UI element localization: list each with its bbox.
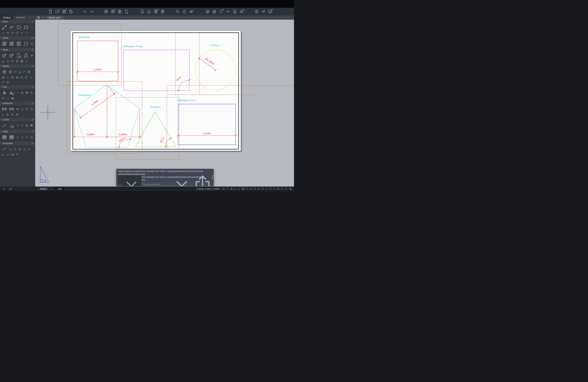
reference-manager-icon[interactable] bbox=[254, 9, 259, 14]
tool-center-mark[interactable] bbox=[15, 113, 19, 117]
section-gear-icon[interactable] bbox=[31, 48, 34, 51]
polar-tracking-icon[interactable] bbox=[238, 187, 241, 191]
tool-justify-text[interactable] bbox=[1, 96, 5, 100]
tool-purge[interactable] bbox=[24, 59, 28, 63]
tool-block-editor[interactable] bbox=[20, 59, 24, 63]
isometric-drafting-icon[interactable] bbox=[242, 187, 245, 191]
snap-mode-icon[interactable] bbox=[226, 187, 229, 191]
tool-array[interactable] bbox=[27, 70, 31, 74]
palette-header-text[interactable]: ▾Text bbox=[0, 85, 35, 89]
retangulo-raiz2-label[interactable]: Retângulo raiz 2 bbox=[177, 99, 196, 102]
tool-sync-attributes[interactable] bbox=[6, 59, 10, 63]
tool-export-pdf[interactable] bbox=[10, 96, 14, 100]
tool-insert-table[interactable] bbox=[1, 134, 8, 140]
quadrado-dim-text[interactable]: 1,000m bbox=[93, 68, 102, 71]
palette-header-parametric[interactable]: ▾Parametric bbox=[0, 141, 35, 145]
tab-drafting[interactable]: Drafting bbox=[0, 15, 13, 20]
tool-tangent-constraint[interactable] bbox=[18, 147, 21, 151]
command-panel[interactable]: Select objects or specify first extensio… bbox=[116, 169, 214, 186]
tool-add-leader[interactable] bbox=[16, 123, 20, 127]
tool-define-attribute[interactable] bbox=[30, 53, 34, 57]
tool-set-base-point[interactable] bbox=[10, 59, 14, 63]
tool-fillet[interactable] bbox=[22, 70, 26, 74]
tool-equal-constraint[interactable] bbox=[6, 153, 10, 157]
tool-trim[interactable] bbox=[18, 70, 21, 74]
section-gear-icon[interactable] bbox=[31, 65, 34, 67]
section-gear-icon[interactable] bbox=[31, 118, 34, 121]
tool-angular-dimension[interactable] bbox=[20, 107, 24, 111]
ortho-mode-icon[interactable] bbox=[234, 187, 237, 191]
tool-horizontal-constraint[interactable] bbox=[27, 147, 31, 151]
viewport-layout-icon[interactable] bbox=[37, 16, 40, 19]
tool-edit-table[interactable] bbox=[8, 134, 15, 140]
text-styles-icon[interactable] bbox=[232, 9, 237, 14]
layout-tab-a3rd[interactable]: a3rd bbox=[55, 187, 64, 191]
tool-collect-leaders[interactable] bbox=[30, 123, 33, 127]
tool-insert-block[interactable] bbox=[1, 52, 8, 59]
pentagono-dim-right-text[interactable]: 0,809m bbox=[119, 133, 127, 136]
tool-align-leaders[interactable] bbox=[25, 123, 29, 127]
tool-align[interactable] bbox=[6, 80, 10, 84]
section-gear-icon[interactable] bbox=[31, 37, 34, 39]
tool-explode[interactable] bbox=[15, 75, 19, 79]
drawing-canvas[interactable]: Quadrado 1,000m Retângulo Áureo 9 bbox=[35, 20, 294, 187]
new-tab-icon[interactable] bbox=[41, 16, 45, 19]
retangulo-aureo-label[interactable]: Retângulo Áureo bbox=[123, 45, 143, 48]
layer-properties-icon[interactable] bbox=[205, 9, 210, 14]
tool-mirror[interactable] bbox=[1, 75, 5, 79]
lineweight-icon[interactable] bbox=[253, 187, 256, 191]
object-snap-tracking-icon[interactable] bbox=[245, 187, 249, 191]
pentagono-label[interactable]: Pentágono bbox=[78, 94, 91, 96]
tool-smart-dimension[interactable] bbox=[1, 106, 8, 112]
tool-move[interactable] bbox=[1, 69, 8, 75]
triangulo-label[interactable]: Triângulo bbox=[150, 106, 161, 108]
tool-export-table[interactable] bbox=[30, 135, 33, 139]
tool-break[interactable] bbox=[29, 75, 33, 79]
save-icon[interactable] bbox=[62, 9, 66, 14]
object-snap-icon[interactable] bbox=[249, 187, 252, 191]
tool-spell-check[interactable] bbox=[16, 91, 20, 95]
tool-hatch-pattern[interactable] bbox=[8, 41, 15, 47]
open-file-icon[interactable] bbox=[55, 9, 60, 14]
model-tab[interactable]: Model bbox=[38, 187, 48, 191]
color-settings-icon[interactable] bbox=[225, 9, 231, 14]
page-setup-icon[interactable] bbox=[124, 9, 129, 14]
tool-line[interactable] bbox=[1, 24, 8, 30]
tool-polyline[interactable] bbox=[8, 24, 15, 30]
attach-reference-icon[interactable] bbox=[153, 9, 158, 14]
tool-export-block[interactable] bbox=[15, 59, 19, 63]
pan-icon[interactable] bbox=[182, 9, 187, 14]
publish-icon[interactable] bbox=[160, 9, 165, 14]
tool-rotate[interactable] bbox=[13, 70, 17, 74]
tool-properties[interactable] bbox=[20, 75, 24, 79]
status-settings-icon[interactable] bbox=[289, 187, 292, 191]
print-icon[interactable] bbox=[104, 9, 108, 14]
tool-diameter-dimension[interactable] bbox=[30, 107, 33, 111]
tool-aligned-dimension[interactable] bbox=[16, 107, 20, 111]
tool-gradient[interactable] bbox=[16, 41, 22, 47]
tool-merge-cells[interactable] bbox=[25, 135, 29, 139]
tool-hatch-background[interactable] bbox=[30, 42, 34, 45]
tool-hatch-boundary[interactable] bbox=[23, 41, 29, 47]
tool-mtext[interactable] bbox=[1, 89, 8, 96]
tool-delete-rows[interactable] bbox=[20, 135, 24, 139]
command-prompt[interactable]: >_ bbox=[118, 175, 141, 186]
palette-menu-icon[interactable] bbox=[9, 187, 12, 191]
tool-offset[interactable] bbox=[24, 75, 28, 79]
section-gear-icon[interactable] bbox=[31, 142, 34, 145]
tool-edit-block[interactable] bbox=[16, 52, 22, 59]
tool-edit-multileader[interactable] bbox=[8, 122, 15, 128]
add-layout-icon[interactable]: + bbox=[50, 187, 53, 191]
selection-cycling-icon[interactable] bbox=[257, 187, 260, 191]
tool-text-columns[interactable] bbox=[20, 91, 24, 95]
workspace-icon[interactable] bbox=[276, 187, 280, 191]
layer-states-icon[interactable] bbox=[219, 9, 224, 14]
tool-linear-dimension[interactable] bbox=[8, 106, 15, 112]
tool-dimensional-constraint[interactable] bbox=[10, 153, 14, 157]
tool-lock-constraint[interactable] bbox=[22, 147, 26, 151]
copy-history-icon[interactable] bbox=[193, 174, 212, 186]
tool-radius-dimension[interactable] bbox=[25, 107, 29, 111]
system-monitor-icon[interactable] bbox=[268, 9, 273, 14]
tool-ellipse[interactable] bbox=[10, 31, 14, 35]
save-as-icon[interactable] bbox=[68, 9, 73, 14]
